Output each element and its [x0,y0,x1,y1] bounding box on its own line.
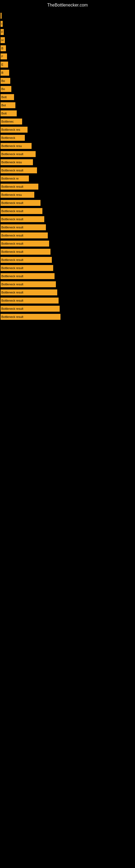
bar-row: Bottleneck res [0,126,135,134]
bar-label: F [1,55,3,58]
bar: Bo [1,78,10,84]
bar-label: Bottleneck result [1,275,23,278]
bar-label: I [1,22,2,26]
bar-label: Bottleneck result [1,283,23,286]
bar-row: Bot [0,101,135,109]
bar-row: Bottleneck result [0,313,135,321]
bar-row: Bott [0,109,135,118]
bar-row: Bottleneck result [0,207,135,215]
bar-row: Bottleneck result [0,264,135,272]
bar-row: Bottleneck result [0,248,135,256]
bar-row: Bott [0,93,135,101]
bar: F [1,54,7,59]
bar-label: Bottleneck result [1,152,23,156]
bar: Bottleneck result [1,257,52,263]
bar-label: Bottleneck result [1,291,23,294]
bar: Bottlenec [1,119,22,124]
bar-label: Bottleneck [1,136,15,140]
bar-row [0,12,135,20]
bar-row: Bottleneck result [0,288,135,297]
bar-label: Bottleneck result [1,242,23,245]
bar-row: B [0,44,135,52]
bar: Bottleneck result [1,249,50,255]
bar-label: Bottleneck result [1,299,23,302]
bar-label: Bottleneck result [1,169,23,172]
bar-label: Bottleneck result [1,234,23,237]
bar-label: E [1,63,3,66]
bar: Bottleneck result [1,232,48,239]
bar-label: Bottleneck result [1,307,23,310]
bar-label: Bottleneck re [1,177,18,180]
bar-label: Bottleneck result [1,218,23,221]
bar-row: Bottleneck result [0,297,135,305]
bar-label: Bottleneck result [1,267,23,270]
bar-label: Bo [1,79,5,83]
bar-label: Bott [1,112,7,115]
bar-row: Bo [0,77,135,85]
bar: E [1,62,8,67]
bars-container: IFHBFEBBoBoBottBotBottBottlenecBottlenec… [0,12,135,321]
bar-row: Bottleneck resu [0,158,135,166]
bar: Bottleneck resu [1,192,34,198]
bar: Bottleneck result [1,151,36,157]
bar-row: Bottleneck result [0,150,135,158]
bar: Bottleneck [1,135,25,141]
bar-row: Bottleneck result [0,199,135,207]
bar-row: F [0,52,135,61]
bar: Bot [1,102,15,108]
bar-label: B [1,46,3,50]
bar-row: Bottlenec [0,118,135,126]
bar: H [1,37,5,43]
bar-label: Bottleneck result [1,315,23,318]
bar-row: Bottleneck re [0,175,135,183]
bar: Bottleneck resu [1,159,33,165]
bar-label: Bottleneck res [1,128,20,131]
bar-label: Bottleneck result [1,209,23,213]
site-title: TheBottlenecker.com [0,0,135,12]
bar: Bottleneck result [1,208,42,214]
bar: Bottleneck re [1,176,29,182]
bar-row: Bottleneck [0,134,135,142]
bar: Bottleneck result [1,273,54,279]
bar: Bottleneck result [1,281,56,287]
bar-row: Bottleneck result [0,240,135,248]
bar-label: F [1,30,3,34]
bar: Bottleneck result [1,298,58,304]
bar: F [1,29,4,35]
bar-label: Bottleneck resu [1,144,22,148]
bar-row: Bottleneck result [0,223,135,231]
bar: Bott [1,94,14,100]
bar-row: I [0,20,135,28]
bar-row: F [0,28,135,36]
bar: Bott [1,111,17,116]
bar-row: Bottleneck result [0,231,135,240]
bar-label: Bottleneck result [1,226,23,229]
bar: Bottleneck res [1,127,28,133]
bar: Bottleneck result [1,314,60,320]
bar-row: Bo [0,85,135,93]
bar-label: Bottleneck result [1,250,23,253]
bar-row: Bottleneck result [0,256,135,264]
bar-row: Bottleneck result [0,272,135,280]
bar-row: Bottleneck result [0,166,135,175]
bar: Bottleneck result [1,241,49,247]
bar: B [1,45,6,51]
bar: Bottleneck result [1,184,38,190]
bar-label: Bottleneck result [1,258,23,261]
bar-label: B [1,71,3,74]
bar-row: Bottleneck resu [0,191,135,199]
bar: Bottleneck result [1,167,37,173]
bar: B [1,70,9,76]
bar-label: Bot [1,104,6,107]
bar-row: B [0,69,135,77]
bar-row: H [0,36,135,44]
bar [1,13,2,19]
bar: Bottleneck result [1,265,53,271]
bar-label: Bottleneck resu [1,161,22,164]
bar: Bottleneck result [1,289,57,296]
bar-row: Bottleneck resu [0,142,135,150]
bar: Bottleneck resu [1,143,32,149]
bar-row: E [0,61,135,69]
bar: I [1,21,3,27]
bar-label: Bott [1,95,7,99]
